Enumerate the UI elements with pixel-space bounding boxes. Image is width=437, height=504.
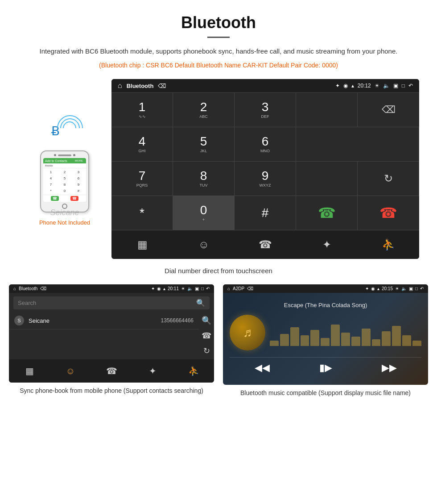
phonebook-statusbar: ⌂ Bluetooth ⌫ ✦ ◉ ▴ 20:11 ☀ 🔈 ▣ □ ↶ (9, 284, 214, 293)
eq-bar-5 (310, 330, 319, 346)
ms-usb-icon: ⌫ (247, 286, 253, 291)
window-icon: □ (402, 83, 405, 89)
eq-bar-12 (382, 331, 391, 346)
back-icon: ↶ (408, 83, 413, 89)
dial-tool-link[interactable]: ⛹ (358, 235, 419, 254)
pb-tool-phone[interactable]: ☎ (91, 363, 132, 379)
music-equalizer (270, 319, 421, 346)
eq-bar-3 (290, 327, 299, 346)
eq-bar-10 (362, 329, 371, 346)
dial-key-7[interactable]: 7 PQRS (111, 162, 173, 196)
phone-screen-sub: Mobile (43, 163, 86, 168)
phone-area: Ƀ Add to Contacts MORE Mobile (18, 79, 111, 226)
dial-app-title: Bluetooth (127, 83, 154, 89)
dial-reload-btn[interactable]: ↻ (358, 162, 419, 196)
music-caption: Bluetooth music compatible (Support disp… (240, 388, 411, 398)
pb-loc-icon: ◉ (157, 286, 161, 291)
dial-backspace-btn[interactable]: ⌫ (358, 93, 419, 127)
pb-right-phone-icon[interactable]: ☎ (202, 331, 211, 341)
pb-tool-grid[interactable]: ▦ (9, 363, 50, 379)
phonebook-right-icons: 🔍 ☎ ↻ (199, 312, 214, 359)
dial-key-5[interactable]: 5 JKL (173, 127, 235, 162)
dial-tool-phone[interactable]: ☎ (235, 235, 296, 254)
eq-bar-2 (280, 334, 289, 346)
music-prev-btn[interactable]: ◀◀ (255, 362, 270, 374)
dial-screen: ⌂ Bluetooth ⌫ ✦ ◉ ▴ 20:12 ☀ 🔈 ▣ □ ↶ (111, 79, 419, 259)
music-center: ♬ (230, 315, 421, 350)
phone-screen: Add to Contacts MORE Mobile 123 456 789 … (43, 158, 86, 202)
signal-icon: ▴ (351, 83, 354, 89)
pb-sb-right: ✦ ◉ ▴ 20:11 ☀ 🔈 ▣ □ ↶ (151, 286, 210, 291)
music-note-icon: ♬ (243, 325, 252, 340)
pb-close-icon: ▣ (195, 286, 199, 291)
seicane-watermark: Seicane (50, 208, 79, 217)
ms-sb-right: ✦ ◉ ▴ 20:15 ☀ 🔈 ▣ □ ↶ (365, 286, 424, 291)
dial-toolbar: ▦ ☺ ☎ ✦ ⛹ (111, 230, 419, 259)
phonebook-main-area: S Seicane 13566664466 🔍 ☎ ↻ (9, 312, 214, 359)
bottom-panels: ⌂ Bluetooth ⌫ ✦ ◉ ▴ 20:11 ☀ 🔈 ▣ □ ↶ (9, 284, 428, 398)
pb-right-search-icon[interactable]: 🔍 (202, 316, 211, 325)
pb-right-reload-icon[interactable]: ↻ (203, 346, 210, 356)
dial-key-3[interactable]: 3 DEF (235, 93, 296, 127)
top-section: Ƀ Add to Contacts MORE Mobile (9, 79, 428, 259)
pb-home-icon: ⌂ (13, 286, 16, 291)
dial-key-1[interactable]: 1 ∿∿ (111, 93, 173, 127)
eq-bar-7 (331, 325, 340, 346)
phone-call-btn: ☎ (51, 196, 59, 201)
music-next-btn[interactable]: ▶▶ (382, 362, 397, 374)
volume-icon: 🔈 (383, 83, 390, 89)
pb-tool-bluetooth[interactable]: ✦ (132, 363, 173, 379)
search-icon: 🔍 (196, 299, 205, 307)
dial-key-8[interactable]: 8 TUV (173, 162, 235, 196)
phonebook-search-bar[interactable]: Search 🔍 (13, 296, 210, 309)
dial-tool-contacts[interactable]: ☺ (173, 235, 235, 254)
dial-key-star[interactable]: * (111, 196, 173, 230)
eq-bar-8 (341, 333, 350, 346)
dial-empty-3 (296, 162, 358, 196)
eq-bar-14 (402, 335, 411, 346)
dial-tool-bluetooth[interactable]: ✦ (296, 235, 358, 254)
ms-app-title: A2DP (233, 286, 244, 291)
ms-close-icon: ▣ (409, 286, 413, 291)
dial-key-4[interactable]: 4 GHI (111, 127, 173, 162)
phone-top-bar (43, 154, 86, 156)
eq-bar-4 (301, 335, 309, 346)
home-icon: ⌂ (118, 82, 122, 90)
contact-name: Seicane (29, 317, 161, 324)
music-panel: ⌂ A2DP ⌫ ✦ ◉ ▴ 20:15 ☀ 🔈 ▣ □ ↶ (223, 284, 428, 398)
music-controls: ◀◀ ▮▶ ▶▶ (230, 357, 421, 378)
phone-sensor-dot (73, 154, 75, 156)
dial-key-0[interactable]: 0 + (173, 196, 235, 230)
dial-key-2[interactable]: 2 ABC (173, 93, 235, 127)
dial-call-btn[interactable]: ☎ (296, 196, 358, 230)
ms-vol-icon: 🔈 (401, 286, 407, 291)
pb-app-title: Bluetooth (19, 286, 37, 291)
dial-statusbar-right: ✦ ◉ ▴ 20:12 ☀ 🔈 ▣ □ ↶ (335, 83, 413, 89)
pb-back-icon: ↶ (206, 286, 210, 291)
eq-bar-13 (392, 326, 401, 346)
main-content: Ƀ Add to Contacts MORE Mobile (0, 75, 437, 407)
dial-key-hash[interactable]: # (235, 196, 296, 230)
pb-tool-link[interactable]: ⛹ (173, 363, 214, 379)
page-title: Bluetooth (27, 13, 410, 32)
dial-empty-1 (296, 93, 358, 127)
dial-key-9[interactable]: 9 WXYZ (235, 162, 296, 196)
dial-empty-2 (296, 127, 419, 162)
pb-tool-person[interactable]: ☺ (50, 363, 91, 379)
pb-bt-icon: ✦ (151, 286, 155, 291)
phonebook-caption-text: Sync phone-book from mobile phone (Suppo… (20, 387, 203, 394)
phone-camera-dot (54, 154, 56, 156)
music-caption-text: Bluetooth music compatible (Support disp… (240, 389, 411, 396)
dial-end-btn[interactable]: ☎ (358, 196, 419, 230)
eq-bar-9 (351, 337, 360, 346)
ms-bt-icon: ✦ (365, 286, 369, 291)
phonebook-toolbar: ▦ ☺ ☎ ✦ ⛹ (9, 359, 214, 383)
pb-win-icon: □ (201, 286, 204, 291)
header-divider (207, 37, 230, 38)
dial-tool-grid[interactable]: ▦ (111, 235, 173, 254)
dial-key-6[interactable]: 6 MNO (235, 127, 296, 162)
dial-statusbar: ⌂ Bluetooth ⌫ ✦ ◉ ▴ 20:12 ☀ 🔈 ▣ □ ↶ (111, 79, 419, 92)
music-play-pause-btn[interactable]: ▮▶ (319, 362, 332, 374)
contact-row[interactable]: S Seicane 13566664466 (9, 312, 199, 329)
contact-number: 13566664466 (161, 317, 194, 324)
